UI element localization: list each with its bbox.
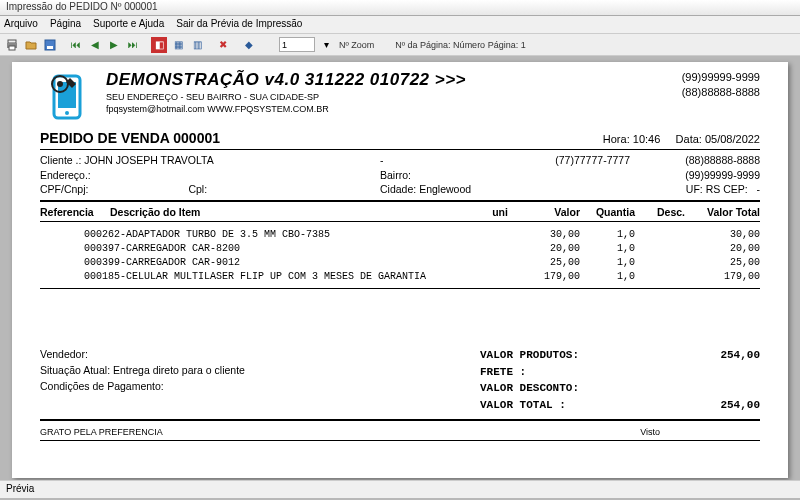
cliente-dash: - bbox=[380, 153, 500, 168]
open-icon[interactable] bbox=[23, 37, 39, 53]
tool1-icon[interactable]: ◧ bbox=[151, 37, 167, 53]
tool2-icon[interactable]: ▦ bbox=[170, 37, 186, 53]
cep-label: CEP: bbox=[723, 183, 748, 195]
cliente-phone2: (88)88888-8888 bbox=[630, 153, 760, 168]
items-list: 000262-ADAPTADOR TURBO DE 3.5 MM CBO-738… bbox=[40, 228, 760, 284]
svg-point-7 bbox=[65, 111, 69, 115]
last-page-icon[interactable]: ⏭ bbox=[125, 37, 141, 53]
preview-workspace: DEMONSTRAÇÃO v4.0 311222 010722 >>> SEU … bbox=[0, 56, 800, 480]
cliente-label: Cliente .: bbox=[40, 154, 81, 166]
situacao-value: Entrega direto para o cliente bbox=[113, 364, 245, 376]
zoom-input[interactable] bbox=[279, 37, 315, 52]
first-page-icon[interactable]: ⏮ bbox=[68, 37, 84, 53]
hora-value: 10:46 bbox=[633, 133, 661, 145]
menu-sair[interactable]: Sair da Prévia de Impressão bbox=[176, 18, 302, 31]
data-value: 05/08/2022 bbox=[705, 133, 760, 145]
col-quantia: Quantia bbox=[580, 206, 635, 218]
items-header: Referencia Descrição do Item uni Valor Q… bbox=[40, 206, 760, 218]
company-contact: fpqsystem@hotmail.com WWW.FPQSYSTEM.COM.… bbox=[106, 104, 670, 114]
col-total: Valor Total bbox=[685, 206, 760, 218]
cpf-label: CPF/Cnpj: bbox=[40, 183, 88, 195]
footer-thanks: GRATO PELA PREFERENCIA bbox=[40, 427, 163, 437]
col-ref: Referencia bbox=[40, 206, 110, 218]
item-row: 000399-CARREGADOR CAR-901225,001,025,00 bbox=[40, 256, 760, 270]
order-title: PEDIDO DE VENDA 000001 bbox=[40, 130, 220, 146]
company-phone1: (99)99999-9999 bbox=[682, 70, 760, 85]
uf-value: RS bbox=[706, 183, 721, 195]
report-page: DEMONSTRAÇÃO v4.0 311222 010722 >>> SEU … bbox=[12, 62, 788, 478]
zoom-spinner-icon[interactable]: ▾ bbox=[318, 37, 334, 53]
col-desc: Descrição do Item bbox=[110, 206, 480, 218]
col-desc: Desc. bbox=[635, 206, 685, 218]
svg-point-9 bbox=[57, 81, 63, 87]
produtos-value: 254,00 bbox=[640, 347, 760, 364]
menubar: Arquivo Página Suporte e Ajuda Sair da P… bbox=[0, 16, 800, 34]
condicoes-label: Condições de Pagamento: bbox=[40, 379, 480, 395]
save-icon[interactable] bbox=[42, 37, 58, 53]
zoom-label: Nº Zoom bbox=[339, 40, 374, 50]
cliente-name: JOHN JOSEPH TRAVOLTA bbox=[84, 154, 213, 166]
data-label: Data: bbox=[676, 133, 702, 145]
company-phone2: (88)88888-8888 bbox=[682, 85, 760, 100]
item-row: 000397-CARREGADOR CAR-820020,001,020,00 bbox=[40, 242, 760, 256]
tool3-icon[interactable]: ▥ bbox=[189, 37, 205, 53]
situacao-label: Situação Atual: bbox=[40, 364, 110, 376]
menu-arquivo[interactable]: Arquivo bbox=[4, 18, 38, 31]
cep-value: - bbox=[757, 183, 761, 195]
total-label: VALOR TOTAL : bbox=[480, 397, 640, 414]
toolbar: ⏮ ◀ ▶ ⏭ ◧ ▦ ▥ ✖ ◆ ▾ Nº Zoom Nº da Página… bbox=[0, 34, 800, 56]
prev-page-icon[interactable]: ◀ bbox=[87, 37, 103, 53]
cidade-label: Cidade: bbox=[380, 183, 416, 195]
settings-icon[interactable]: ◆ bbox=[241, 37, 257, 53]
statusbar: Prévia bbox=[0, 480, 800, 498]
frete-label: FRETE : bbox=[480, 364, 640, 381]
col-valor: Valor bbox=[520, 206, 580, 218]
menu-pagina[interactable]: Página bbox=[50, 18, 81, 31]
total-value: 254,00 bbox=[640, 397, 760, 414]
item-row: 000185-CELULAR MULTILASER FLIP UP COM 3 … bbox=[40, 270, 760, 284]
svg-rect-0 bbox=[8, 40, 16, 43]
svg-rect-4 bbox=[47, 46, 53, 49]
company-address: SEU ENDEREÇO - SEU BAIRRO - SUA CIDADE-S… bbox=[106, 92, 670, 102]
window-titlebar: Impressão do PEDIDO Nº 000001 bbox=[0, 0, 800, 16]
close-icon[interactable]: ✖ bbox=[215, 37, 231, 53]
print-icon[interactable] bbox=[4, 37, 20, 53]
desconto-label: VALOR DESCONTO: bbox=[480, 380, 640, 397]
svg-rect-2 bbox=[9, 46, 15, 50]
cpl-label: Cpl: bbox=[188, 183, 207, 195]
page-number-label: Nº da Página: Número Página: 1 bbox=[395, 40, 525, 50]
cidade-value: Englewood bbox=[419, 183, 471, 195]
cliente-phone1: (77)77777-7777 bbox=[500, 153, 630, 168]
cliente-phone3: (99)99999-9999 bbox=[630, 168, 760, 183]
company-name: DEMONSTRAÇÃO v4.0 311222 010722 >>> bbox=[106, 70, 670, 90]
endereco-label: Endereço.: bbox=[40, 168, 380, 183]
produtos-label: VALOR PRODUTOS: bbox=[480, 347, 640, 364]
menu-suporte[interactable]: Suporte e Ajuda bbox=[93, 18, 164, 31]
item-row: 000262-ADAPTADOR TURBO DE 3.5 MM CBO-738… bbox=[40, 228, 760, 242]
next-page-icon[interactable]: ▶ bbox=[106, 37, 122, 53]
bairro-label: Bairro: bbox=[380, 168, 500, 183]
uf-label: UF: bbox=[686, 183, 703, 195]
footer-visto: Visto bbox=[640, 427, 660, 437]
company-logo-icon bbox=[40, 70, 94, 124]
hora-label: Hora: bbox=[603, 133, 630, 145]
col-uni: uni bbox=[480, 206, 520, 218]
vendedor-label: Vendedor: bbox=[40, 347, 480, 363]
